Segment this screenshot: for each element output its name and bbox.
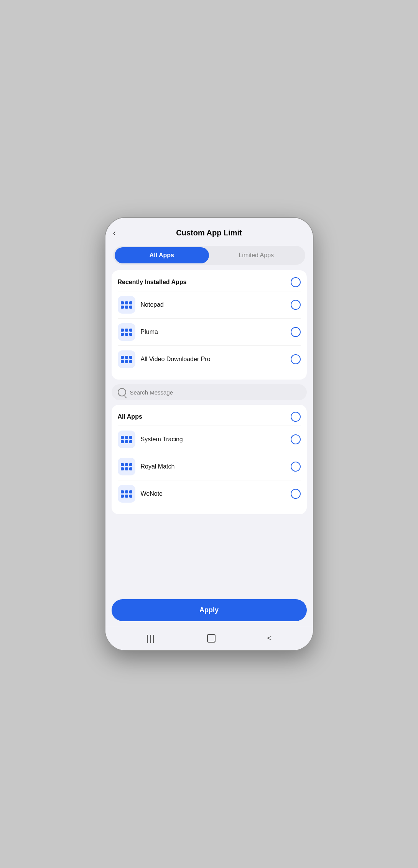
back-nav-icon[interactable]: < [267,634,272,643]
dots-grid-icon [121,463,132,470]
list-item: Royal Match [118,453,301,480]
dots-grid-icon [121,356,132,363]
page-title: Custom App Limit [176,229,242,237]
dots-grid-icon [121,301,132,309]
video-downloader-app-icon [118,350,135,368]
dots-grid-icon [121,490,132,498]
notepad-app-icon [118,296,135,314]
recently-installed-card: Recently Installed Apps Notepad [112,270,307,380]
search-input[interactable] [130,389,301,396]
royal-match-radio[interactable] [291,462,301,472]
tab-limited-apps[interactable]: Limited Apps [209,247,304,263]
pluma-radio[interactable] [291,327,301,337]
wenote-radio[interactable] [291,489,301,499]
dots-grid-icon [121,436,132,443]
notepad-app-name: Notepad [141,301,291,308]
system-tracing-radio[interactable] [291,434,301,444]
wenote-app-icon [118,485,135,503]
pluma-app-icon [118,323,135,341]
back-button[interactable]: ‹ [113,228,116,238]
list-item: Pluma [118,318,301,345]
system-tracing-app-icon [118,431,135,448]
bottom-nav-bar: ||| < [105,626,313,650]
all-apps-card: All Apps System Tracing [112,405,307,514]
list-item: All Video Downloader Pro [118,345,301,373]
dots-grid-icon [121,329,132,336]
tab-bar: All Apps Limited Apps [113,246,305,265]
royal-match-app-icon [118,458,135,475]
all-apps-radio[interactable] [291,412,301,422]
royal-match-app-name: Royal Match [141,463,291,470]
all-apps-header: All Apps [118,412,301,422]
phone-frame: ‹ Custom App Limit All Apps Limited Apps… [105,217,314,651]
home-nav-icon[interactable] [207,634,216,643]
header: ‹ Custom App Limit [105,218,313,242]
system-tracing-app-name: System Tracing [141,436,291,443]
apply-button[interactable]: Apply [112,599,307,621]
recently-installed-header: Recently Installed Apps [118,277,301,287]
recently-installed-title: Recently Installed Apps [118,279,187,286]
content-area: Recently Installed Apps Notepad [105,270,313,596]
menu-nav-icon[interactable]: ||| [146,633,155,643]
notepad-radio[interactable] [291,300,301,310]
list-item: System Tracing [118,426,301,453]
recently-installed-radio[interactable] [291,277,301,287]
screen: ‹ Custom App Limit All Apps Limited Apps… [105,218,313,650]
pluma-app-name: Pluma [141,329,291,335]
video-downloader-app-name: All Video Downloader Pro [141,356,291,363]
video-downloader-radio[interactable] [291,354,301,364]
search-icon [118,388,126,396]
tab-all-apps[interactable]: All Apps [115,247,209,263]
list-item: WeNote [118,480,301,507]
wenote-app-name: WeNote [141,490,291,497]
list-item: Notepad [118,291,301,318]
all-apps-title: All Apps [118,413,142,420]
search-bar[interactable] [112,384,307,400]
